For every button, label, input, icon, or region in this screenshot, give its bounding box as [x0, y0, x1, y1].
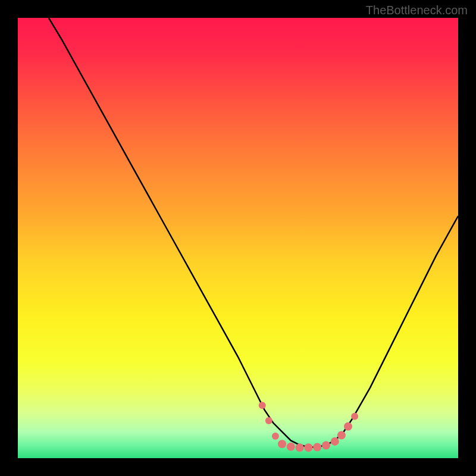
marker-dot [259, 402, 266, 409]
marker-dot [296, 443, 304, 452]
marker-dot [313, 443, 321, 452]
marker-dot [287, 443, 295, 451]
marker-dot [278, 440, 286, 448]
chart-background [18, 18, 458, 458]
marker-dot [272, 433, 279, 440]
marker-dot [351, 413, 358, 420]
bottleneck-chart [18, 18, 458, 458]
watermark-text: TheBottleneck.com [366, 4, 468, 17]
marker-dot [322, 441, 330, 450]
marker-dot [265, 417, 273, 424]
marker-dot [344, 422, 352, 431]
chart-container: TheBottleneck.com [0, 0, 476, 476]
marker-dot [337, 431, 346, 440]
marker-dot [331, 437, 339, 446]
marker-dot [304, 443, 312, 452]
